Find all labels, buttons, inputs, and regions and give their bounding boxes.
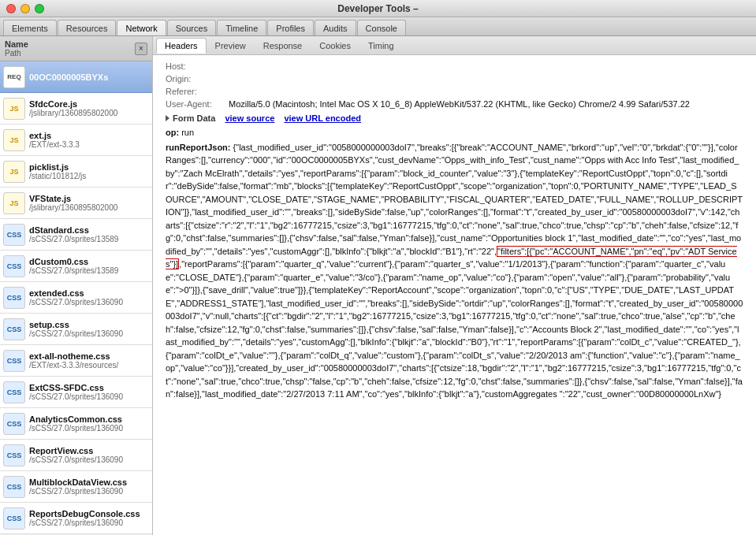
tab-sources[interactable]: Sources — [167, 20, 216, 35]
item-name-extall: ext-all-notheme.css — [29, 351, 118, 361]
item-name-reportsdebug: ReportsDebugConsole.css — [29, 509, 140, 518]
item-icon-setup: CSS — [3, 318, 25, 340]
item-info-00OC: 00OC0000005BYXs — [29, 72, 108, 82]
header-referer-label: Referer: — [166, 87, 229, 96]
tab-timing[interactable]: Timing — [359, 38, 403, 54]
tab-cookies[interactable]: Cookies — [311, 38, 359, 54]
header-origin-row: Origin: — [166, 74, 743, 84]
item-path-dstandard: /sCSS/27.0/sprites/13589 — [29, 235, 118, 243]
sidebar-item-analytics[interactable]: CSS AnalyticsCommon.css /sCSS/27.0/sprit… — [0, 408, 152, 440]
sidebar-item-extcss[interactable]: CSS ExtCSS-SFDC.css /sCSS/27.0/sprites/1… — [0, 377, 152, 408]
right-panel: Headers Preview Response Cookies Timing … — [153, 36, 756, 535]
tab-headers[interactable]: Headers — [156, 38, 207, 54]
sidebar-item-00OC[interactable]: REQ 00OC0000005BYXs — [0, 61, 152, 93]
title-bar: Developer Tools – — [0, 0, 756, 17]
item-name-multiblock: MultiblockDataView.css — [29, 477, 127, 487]
sidebar-item-extall[interactable]: CSS ext-all-notheme.css /EXT/ext-3.3.3/r… — [0, 345, 152, 377]
sidebar-item-extended[interactable]: CSS extended.css /sCSS/27.0/sprites/1360… — [0, 282, 152, 314]
item-name-picklist: picklist.js — [29, 162, 86, 172]
sidebar-item-dstandard[interactable]: CSS dStandard.css /sCSS/27.0/sprites/135… — [0, 219, 152, 251]
item-name-sfdc: SfdcCore.js — [29, 99, 117, 109]
sidebar-list: REQ 00OC0000005BYXs JS SfdcCore.js /jsli… — [0, 61, 152, 535]
right-content: Host: Origin: Referer: User-Agent: Mozil… — [153, 55, 756, 535]
item-info-reportview: ReportView.css /sCSS/27.0/sprites/136090 — [29, 446, 123, 464]
tab-console[interactable]: Console — [357, 20, 406, 35]
header-origin-label: Origin: — [166, 74, 229, 84]
main-tab-bar: Elements Resources Network Sources Timel… — [0, 17, 756, 36]
item-info-extall: ext-all-notheme.css /EXT/ext-3.3.3/resou… — [29, 351, 118, 370]
sidebar-item-dcustom[interactable]: CSS dCustom0.css /sCSS/27.0/sprites/1358… — [0, 251, 152, 282]
header-referer-row: Referer: — [166, 87, 743, 96]
item-icon-reportsdebug: CSS — [3, 507, 25, 529]
item-icon-dcustom: CSS — [3, 255, 25, 277]
form-data-content: op: run runReportJson: {"last_modified_u… — [166, 126, 743, 401]
sidebar-item-sfdc[interactable]: JS SfdcCore.js /jslibrary/1360895802000 — [0, 93, 152, 124]
sidebar-item-reportview[interactable]: CSS ReportView.css /sCSS/27.0/sprites/13… — [0, 440, 152, 471]
close-button[interactable] — [6, 4, 16, 13]
item-info-analytics: AnalyticsCommon.css /sCSS/27.0/sprites/1… — [29, 414, 123, 433]
tab-network[interactable]: Network — [117, 20, 166, 35]
item-name-vfstate: VFState.js — [29, 194, 117, 203]
item-icon-extended: CSS — [3, 287, 25, 309]
maximize-button[interactable] — [35, 4, 44, 13]
item-info-multiblock: MultiblockDataView.css /sCSS/27.0/sprite… — [29, 477, 127, 496]
form-data-section-title: Form Data view source view URL encoded — [166, 113, 743, 123]
item-icon-picklist: JS — [3, 161, 25, 183]
item-icon-dstandard: CSS — [3, 224, 25, 246]
item-name-reportview: ReportView.css — [29, 446, 123, 455]
sidebar-path-col: Path — [5, 49, 132, 58]
header-host-label: Host: — [166, 61, 229, 71]
item-info-dstandard: dStandard.css /sCSS/27.0/sprites/13589 — [29, 225, 118, 243]
item-path-reportsdebug: /sCSS/27.0/sprites/136090 — [29, 518, 140, 527]
tab-resources[interactable]: Resources — [58, 20, 117, 35]
tab-timeline[interactable]: Timeline — [217, 20, 266, 35]
item-path-analytics: /sCSS/27.0/sprites/136090 — [29, 424, 123, 433]
item-icon-vfstate: JS — [3, 192, 25, 214]
view-url-encoded-link[interactable]: view URL encoded — [284, 113, 361, 123]
form-op-value: run — [181, 128, 194, 137]
sidebar-item-vfstate[interactable]: JS VFState.js /jslibrary/1360895802000 — [0, 188, 152, 219]
tab-profiles[interactable]: Profiles — [267, 20, 314, 35]
sidebar-item-multiblock[interactable]: CSS MultiblockDataView.css /sCSS/27.0/sp… — [0, 471, 152, 503]
header-ua-value: Mozilla/5.0 (Macintosh; Intel Mac OS X 1… — [229, 99, 743, 109]
item-info-dcustom: dCustom0.css /sCSS/27.0/sprites/13589 — [29, 257, 118, 275]
item-name-extended: extended.css — [29, 288, 123, 298]
item-path-extcss: /sCSS/27.0/sprites/136090 — [29, 392, 123, 401]
tab-preview[interactable]: Preview — [207, 38, 255, 54]
window-controls[interactable] — [6, 4, 44, 13]
window-title: Developer Tools – — [337, 3, 418, 14]
main-layout: Name Path × REQ 00OC0000005BYXs JS SfdcC… — [0, 36, 756, 535]
minimize-button[interactable] — [20, 4, 30, 13]
view-source-link[interactable]: view source — [225, 113, 274, 123]
item-info-reportsdebug: ReportsDebugConsole.css /sCSS/27.0/sprit… — [29, 509, 140, 527]
sidebar-item-ext[interactable]: JS ext.js /EXT/ext-3.3.3 — [0, 124, 152, 156]
header-origin-value — [229, 74, 743, 84]
json-before-highlight: {"last_modified_user_id":"0058000000003d… — [166, 143, 743, 256]
item-name-extcss: ExtCSS-SFDC.css — [29, 383, 123, 392]
tab-audits[interactable]: Audits — [315, 20, 356, 35]
sidebar-close-button[interactable]: × — [135, 43, 147, 55]
sidebar-item-picklist[interactable]: JS picklist.js /static/101812/js — [0, 156, 152, 188]
form-op-label: op: — [166, 128, 179, 137]
header-ua-row: User-Agent: Mozilla/5.0 (Macintosh; Inte… — [166, 99, 743, 109]
sidebar-item-setup[interactable]: CSS setup.css /sCSS/27.0/sprites/136090 — [0, 314, 152, 345]
tab-response[interactable]: Response — [255, 38, 311, 54]
item-icon-extall: CSS — [3, 350, 25, 372]
item-icon-00OC: REQ — [3, 66, 25, 88]
item-info-ext: ext.js /EXT/ext-3.3.3 — [29, 131, 80, 149]
sidebar-columns: Name Path — [5, 39, 132, 58]
form-op-row: op: run — [166, 126, 743, 139]
tab-elements[interactable]: Elements — [3, 20, 57, 35]
item-info-sfdc: SfdcCore.js /jslibrary/1360895802000 — [29, 99, 117, 117]
item-icon-analytics: CSS — [3, 413, 25, 435]
sidebar-item-reportsdebug[interactable]: CSS ReportsDebugConsole.css /sCSS/27.0/s… — [0, 503, 152, 534]
section-triangle-icon — [166, 115, 169, 121]
item-name-00OC: 00OC0000005BYXs — [29, 72, 108, 82]
sidebar-name-col: Name — [5, 39, 132, 49]
item-path-sfdc: /jslibrary/1360895802000 — [29, 109, 117, 117]
form-runreportjson-label: runReportJson: — [166, 143, 231, 152]
item-info-setup: setup.css /sCSS/27.0/sprites/136090 — [29, 320, 123, 338]
item-path-vfstate: /jslibrary/1360895802000 — [29, 203, 117, 212]
item-info-picklist: picklist.js /static/101812/js — [29, 162, 86, 180]
item-icon-ext: JS — [3, 129, 25, 151]
